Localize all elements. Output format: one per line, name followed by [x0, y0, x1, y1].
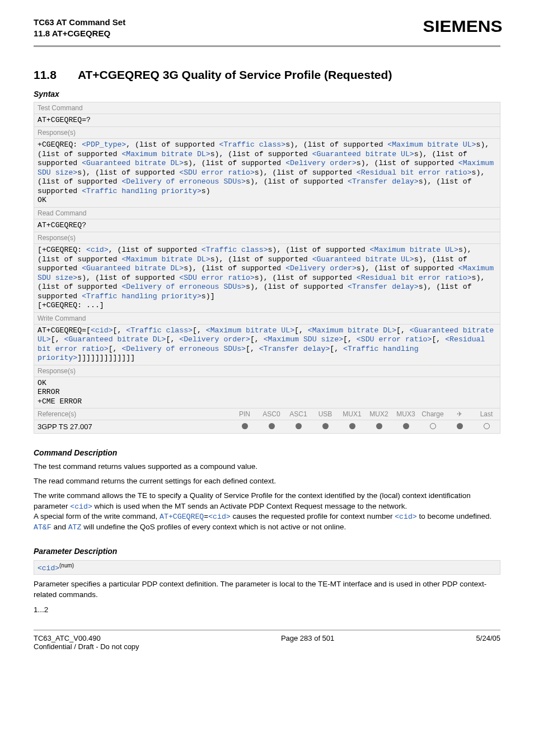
footer-page-number: Page 283 of 501: [281, 634, 334, 651]
dot-airplane: [446, 420, 473, 433]
cmd-desc-p1: The test command returns values supporte…: [34, 462, 500, 472]
cmd-desc-p2: The read command returns the current set…: [34, 476, 500, 486]
dot-mux1: [339, 420, 366, 433]
reference-table-header: Reference(s) PIN ASC0 ASC1 USB MUX1 MUX2…: [34, 408, 500, 420]
read-command: AT+CGEQREQ?: [34, 219, 500, 233]
param-cid-name: <cid>(num): [34, 560, 500, 575]
label-write-command: Write Command: [34, 313, 500, 325]
write-command: AT+CGEQREQ=[<cid>[, <Traffic class>[, <M…: [34, 325, 500, 365]
parameter-description-heading: Parameter Description: [34, 547, 500, 556]
dot-last: [473, 420, 500, 433]
test-response: +CGEQREQ: <PDP_type>, (list of supported…: [34, 139, 500, 208]
reference-table-row: 3GPP TS 27.007: [34, 420, 500, 434]
dot-asc1: [285, 420, 312, 433]
footer-divider: [34, 630, 500, 631]
syntax-heading: Syntax: [34, 90, 500, 98]
page-footer: TC63_ATC_V00.490 Confidential / Draft - …: [34, 634, 500, 651]
col-pin: PIN: [231, 408, 258, 420]
col-charge: Charge: [419, 408, 446, 420]
label-references: Reference(s): [34, 408, 231, 420]
col-last: Last: [473, 408, 500, 420]
label-read-command: Read Command: [34, 208, 500, 219]
footer-doc-id: TC63_ATC_V00.490: [34, 634, 139, 642]
col-mux2: MUX2: [366, 408, 392, 420]
read-response: [+CGEQREQ: <cid>, (list of supported <Tr…: [34, 244, 500, 313]
col-usb: USB: [312, 408, 339, 420]
command-description-heading: Command Description: [34, 448, 500, 457]
dot-asc0: [258, 420, 285, 433]
dot-charge: [419, 420, 446, 433]
section-heading: 11.8AT+CGEQREQ 3G Quality of Service Pro…: [34, 68, 500, 82]
footer-date: 5/24/05: [476, 634, 500, 651]
write-response: OK ERROR +CME ERROR: [34, 377, 500, 409]
test-command: AT+CGEQREQ=?: [34, 114, 500, 128]
dot-pin: [231, 420, 258, 433]
col-asc0: ASC0: [258, 408, 285, 420]
label-responses-3: Response(s): [34, 365, 500, 377]
dot-mux3: [392, 420, 419, 433]
section-number: 11.8: [34, 68, 57, 81]
header-divider: [34, 45, 500, 47]
col-airplane-icon: ✈: [446, 408, 473, 420]
doc-title: TC63 AT Command Set: [34, 17, 125, 28]
dot-mux2: [366, 420, 392, 433]
footer-confidential: Confidential / Draft - Do not copy: [34, 642, 139, 651]
col-mux3: MUX3: [392, 408, 419, 420]
reference-value: 3GPP TS 27.007: [34, 420, 231, 433]
section-title: AT+CGEQREQ 3G Quality of Service Profile…: [78, 68, 392, 81]
cmd-desc-p3: The write command allows the TE to speci…: [34, 491, 500, 532]
param-cid-text: Parameter specifies a particular PDP con…: [34, 579, 500, 599]
label-responses-2: Response(s): [34, 232, 500, 244]
col-mux1: MUX1: [339, 408, 366, 420]
doc-subtitle: 11.8 AT+CGEQREQ: [34, 28, 125, 39]
param-cid-range: 1...2: [34, 605, 500, 614]
label-responses-1: Response(s): [34, 127, 500, 139]
dot-usb: [312, 420, 339, 433]
col-asc1: ASC1: [285, 408, 312, 420]
brand-logo: SIEMENS: [423, 17, 503, 36]
label-test-command: Test Command: [34, 102, 500, 114]
